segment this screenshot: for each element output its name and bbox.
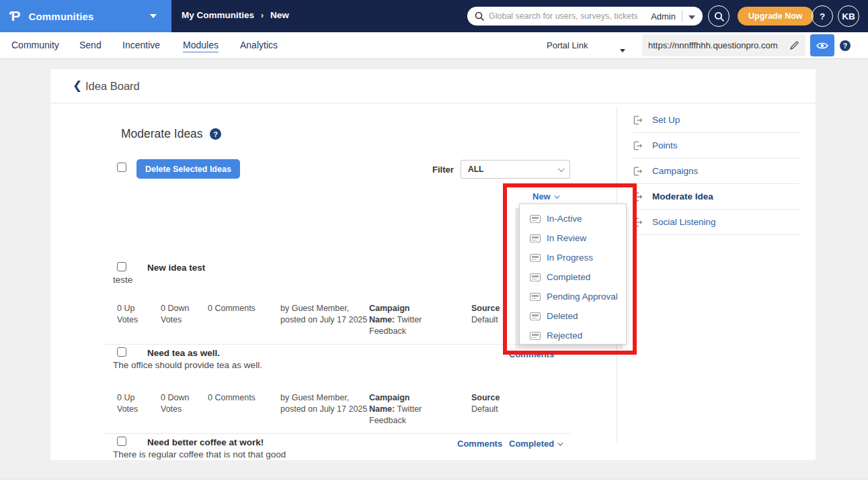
avatar[interactable]: KB [838,5,859,27]
go-to-icon [633,167,643,176]
upgrade-now-button[interactable]: Upgrade Now [738,7,814,26]
tab-send[interactable]: Send [79,40,102,50]
portal-link-select[interactable]: Portal Link [547,40,588,50]
chevron-down-icon [688,15,695,19]
global-search: Admin [467,7,703,26]
bottom-strip [0,479,868,489]
idea-title: New idea test [147,263,205,273]
status-dropdown-open[interactable]: New [532,191,558,202]
status-card-icon [530,293,541,301]
page-title: Moderate Ideas [121,127,203,141]
tab-incentive[interactable]: Incentive [122,40,160,50]
menu-item-pending-approval[interactable]: Pending Approval [520,287,626,306]
comments-link[interactable]: Comments [457,439,502,449]
status-options-menu: In-Active In Review In Progress Complete… [519,204,627,345]
status-card-icon [530,312,541,320]
idea-board-card: ❮ Idea Board Moderate Ideas ? Delete Sel… [50,69,816,460]
questionpro-logo-icon: Ƥ [9,8,20,24]
tab-community[interactable]: Community [11,40,59,50]
delete-selected-button[interactable]: Delete Selected Ideas [136,159,240,179]
secondary-navbar: Community Send Incentive Modules Analyti… [0,32,868,59]
chevron-down-icon [558,165,565,172]
sidebar-item-points[interactable]: Points [633,133,799,159]
edit-url-icon[interactable] [783,40,805,50]
global-search-input[interactable] [489,11,651,21]
go-to-icon [633,116,643,125]
chevron-down-icon [554,193,559,198]
comments-link[interactable]: Comments [509,349,554,359]
status-card-icon [530,215,541,223]
search-submit-button[interactable] [708,5,729,27]
menu-item-deleted[interactable]: Deleted [520,306,626,326]
top-navbar: Ƥ Communities My Communities › New Admin… [0,0,868,32]
source: SourceDefault [471,392,500,415]
menu-item-in-review[interactable]: In Review [520,228,626,248]
select-all-checkbox[interactable] [117,163,126,172]
source: SourceDefault [471,303,500,326]
portal-url[interactable]: https://nnnfffhhh.questionpro.com [642,40,783,50]
title-help-icon[interactable]: ? [210,128,221,140]
menu-item-rejected[interactable]: Rejected [520,326,626,345]
back-link[interactable]: Idea Board [85,80,140,93]
status-card-icon [530,332,541,340]
portal-url-box: https://nnnfffhhh.questionpro.com [642,34,805,56]
portal-help-icon[interactable]: ? [840,40,851,51]
go-to-icon [633,192,643,202]
tab-modules[interactable]: Modules [183,40,219,50]
product-switcher[interactable]: Ƥ Communities [0,0,171,32]
search-scope-value[interactable]: Admin [651,11,682,21]
sidebar-item-campaigns[interactable]: Campaigns [633,159,799,184]
search-scope-dropdown[interactable] [682,10,703,22]
sidebar-item-social-listening[interactable]: Social Listening [633,210,799,235]
module-sidebar: Set Up Points Campaigns Moderate Idea So… [617,107,816,443]
idea-description: The office should provide tea as well. [113,360,262,370]
idea-checkbox[interactable] [117,437,126,446]
search-icon [475,11,484,21]
brand-name: Communities [28,11,93,22]
preview-portal-button[interactable] [810,34,834,56]
menu-item-completed[interactable]: Completed [520,267,626,287]
status-card-icon [530,273,541,281]
idea-checkbox[interactable] [117,347,126,357]
breadcrumb: My Communities › New [182,10,289,20]
comment-count: 0 Comments [208,392,255,404]
idea-row: Need tea as well. The office should prov… [105,345,571,434]
breadcrumb-new[interactable]: New [270,10,289,20]
status-card-icon [530,254,541,262]
upvotes: 0 Up Votes [117,392,148,415]
idea-title: Need better coffee at work! [147,437,264,447]
eye-icon [816,42,828,50]
chevron-down-icon[interactable] [620,43,625,55]
filter-select[interactable]: ALL [461,160,570,179]
idea-title: Need tea as well. [147,348,220,358]
breadcrumb-separator-icon: › [261,11,264,20]
idea-row: New idea test teste 0 Up Votes 0 Down Vo… [105,259,571,345]
breadcrumb-my-communities[interactable]: My Communities [182,10,254,20]
status-card-icon [530,234,541,242]
idea-description: teste [113,275,132,285]
idea-checkbox[interactable] [117,262,126,271]
filter-label: Filter [432,165,454,175]
author-posted: by Guest Member,posted on July 17 2025 [280,392,367,415]
idea-description: There is regular coffee that is not that… [113,449,286,459]
go-to-icon [633,218,643,227]
status-dropdown[interactable]: Completed [509,439,561,449]
chevron-down-icon [557,440,563,445]
menu-item-in-active[interactable]: In-Active [520,209,626,228]
filter-value: ALL [468,165,483,174]
downvotes: 0 Down Votes [161,392,200,415]
campaign: CampaignName: Twitter Feedback [369,303,434,337]
tab-analytics[interactable]: Analytics [240,40,278,50]
author-posted: by Guest Member,posted on July 17 2025 [280,303,367,326]
menu-item-in-progress[interactable]: In Progress [520,248,626,267]
go-to-icon [633,141,643,150]
sidebar-item-set-up[interactable]: Set Up [633,107,799,133]
help-button[interactable]: ? [812,5,833,27]
chevron-down-icon [150,14,157,18]
downvotes: 0 Down Votes [161,303,200,326]
sidebar-item-moderate-idea[interactable]: Moderate Idea [633,184,799,210]
back-chevron-icon[interactable]: ❮ [73,79,82,93]
upvotes: 0 Up Votes [117,303,148,326]
card-header: ❮ Idea Board [50,69,816,103]
comment-count: 0 Comments [208,303,255,314]
